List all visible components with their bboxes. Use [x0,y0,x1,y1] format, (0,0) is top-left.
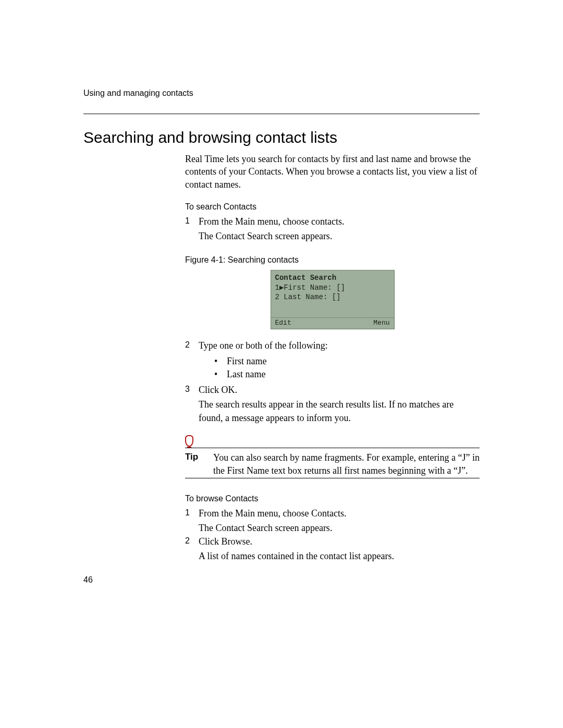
device-softkey-right: Menu [373,319,389,327]
lightbulb-icon [185,435,193,447]
bullet-list: First name Last name [214,355,480,381]
device-screen-title: Contact Search [275,274,390,282]
tip-label: Tip [185,451,213,477]
step-text: Click OK. The search results appear in t… [199,383,480,425]
step-number: 2 [185,535,199,563]
step-text: Click Browse. A list of names contained … [199,535,480,563]
step-continuation: A list of names contained in the contact… [199,549,480,563]
step-text: Type one or both of the following: First… [199,339,480,382]
running-header: Using and managing contacts [83,89,480,98]
figure-caption: Figure 4-1: Searching contacts [185,255,480,265]
tip-rule-bottom [185,478,480,478]
tip-row: Tip You can also search by name fragment… [185,451,480,477]
step-text: From the Main menu, choose Contacts. The… [199,507,480,535]
subhead-search: To search Contacts [185,202,480,212]
step-line: Type one or both of the following: [199,340,328,351]
search-steps-top: 1 From the Main menu, choose contacts. T… [185,215,480,243]
step-line: Click OK. [199,385,237,395]
device-softkey-bar: Edit Menu [271,318,394,329]
step-continuation: The Contact Search screen appears. [199,521,480,535]
step-text: From the Main menu, choose contacts. The… [199,215,480,243]
section-title: Searching and browsing contact lists [83,129,480,146]
step-line: From the Main menu, choose Contacts. [199,508,346,519]
step-number: 2 [185,339,199,382]
list-item: 2 Type one or both of the following: Fir… [185,339,480,382]
tip-rule-top [185,448,480,448]
figure-image: Contact Search 1▶First Name: [] 2 Last N… [185,270,480,329]
step-continuation: The Contact Search screen appears. [199,229,480,243]
bullet-item: First name [214,355,480,368]
body-content: Real Time lets you search for contacts b… [185,153,480,563]
subhead-browse: To browse Contacts [185,494,480,503]
step-line: Click Browse. [199,536,252,547]
device-screen: Contact Search 1▶First Name: [] 2 Last N… [271,270,395,329]
browse-steps: 1 From the Main menu, choose Contacts. T… [185,507,480,563]
step-number: 1 [185,215,199,243]
list-item: 1 From the Main menu, choose contacts. T… [185,215,480,243]
step-number: 3 [185,383,199,425]
bullet-item: Last name [214,368,480,381]
step-number: 1 [185,507,199,535]
step-continuation: The search results appear in the search … [199,398,480,425]
device-screen-body: Contact Search 1▶First Name: [] 2 Last N… [271,270,394,318]
page-number: 46 [83,575,93,585]
tip-icon-row [185,435,480,447]
device-screen-row: 1▶First Name: [] [275,283,390,292]
device-softkey-left: Edit [275,319,291,327]
search-steps-bottom: 2 Type one or both of the following: Fir… [185,339,480,425]
step-line: From the Main menu, choose contacts. [199,216,344,227]
page: Using and managing contacts Searching an… [0,0,563,728]
tip-text: You can also search by name fragments. F… [213,451,480,477]
list-item: 2 Click Browse. A list of names containe… [185,535,480,563]
device-screen-row: 2 Last Name: [] [275,292,390,302]
list-item: 1 From the Main menu, choose Contacts. T… [185,507,480,535]
header-rule [83,114,480,114]
intro-paragraph: Real Time lets you search for contacts b… [185,153,480,191]
list-item: 3 Click OK. The search results appear in… [185,383,480,425]
tip-block: Tip You can also search by name fragment… [185,435,480,478]
